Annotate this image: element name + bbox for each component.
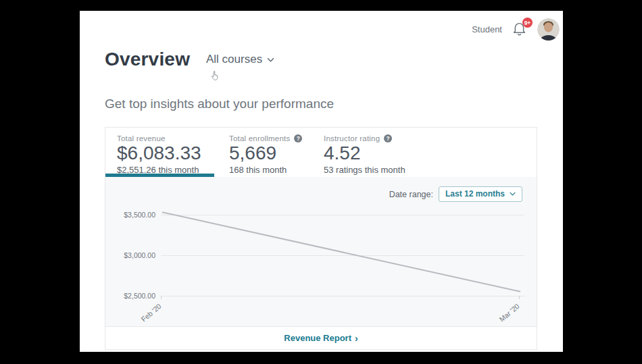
insights-card: Total revenue $6,083.33 $2,551.26 this m…	[105, 127, 537, 350]
notification-badge: 9+	[522, 18, 533, 28]
card-footer: Revenue Report ›	[105, 326, 537, 349]
stat-label: Total enrollments	[229, 134, 290, 142]
stat-subtext: 168 this month	[229, 165, 302, 175]
revenue-series-line	[162, 212, 520, 292]
date-range-select[interactable]: Last 12 months	[439, 186, 522, 202]
mouse-cursor	[211, 70, 220, 84]
help-icon[interactable]: ?	[384, 134, 392, 142]
avatar[interactable]	[537, 18, 560, 41]
revenue-report-label: Revenue Report	[284, 333, 351, 343]
stat-label: Total revenue	[117, 134, 201, 142]
page-subtitle: Get top insights about your performance	[105, 97, 334, 111]
avatar-photo	[537, 18, 560, 41]
stat-label: Instructor rating	[324, 134, 380, 142]
stat-subtext: 53 ratings this month	[324, 165, 405, 175]
stat-value: 5,669	[229, 143, 302, 163]
tab-instructor-rating[interactable]: Instructor rating ? 4.52 53 ratings this…	[324, 128, 405, 177]
date-range-control: Date range: Last 12 months	[389, 186, 522, 202]
course-filter-dropdown[interactable]: All courses	[206, 53, 274, 66]
instructor-dashboard: Student 9+ Overview All courses	[80, 11, 563, 352]
screen: Student 9+ Overview All courses	[0, 0, 642, 364]
page-title: Overview	[105, 49, 190, 70]
date-range-value: Last 12 months	[445, 189, 505, 199]
help-icon[interactable]: ?	[294, 134, 302, 142]
notifications-button[interactable]: 9+	[512, 21, 527, 37]
stats-tabs: Total revenue $6,083.33 $2,551.26 this m…	[105, 128, 537, 177]
topbar: Student 9+	[472, 15, 560, 43]
chevron-right-icon: ›	[355, 334, 358, 343]
revenue-report-link[interactable]: Revenue Report ›	[284, 333, 357, 343]
chevron-down-icon	[510, 192, 516, 196]
tab-total-enrollments[interactable]: Total enrollments ? 5,669 168 this month	[229, 128, 302, 177]
student-mode-link[interactable]: Student	[472, 24, 502, 34]
chart-panel: Date range: Last 12 months $2,500.00$3,0…	[105, 177, 537, 328]
tab-total-revenue[interactable]: Total revenue $6,083.33 $2,551.26 this m…	[117, 128, 201, 177]
course-filter-label: All courses	[206, 53, 262, 66]
date-range-label: Date range:	[389, 190, 433, 199]
stat-value: 4.52	[324, 143, 405, 163]
chevron-down-icon	[267, 57, 274, 62]
stat-value: $6,083.33	[117, 143, 201, 163]
hand-pointer-icon	[211, 70, 220, 81]
